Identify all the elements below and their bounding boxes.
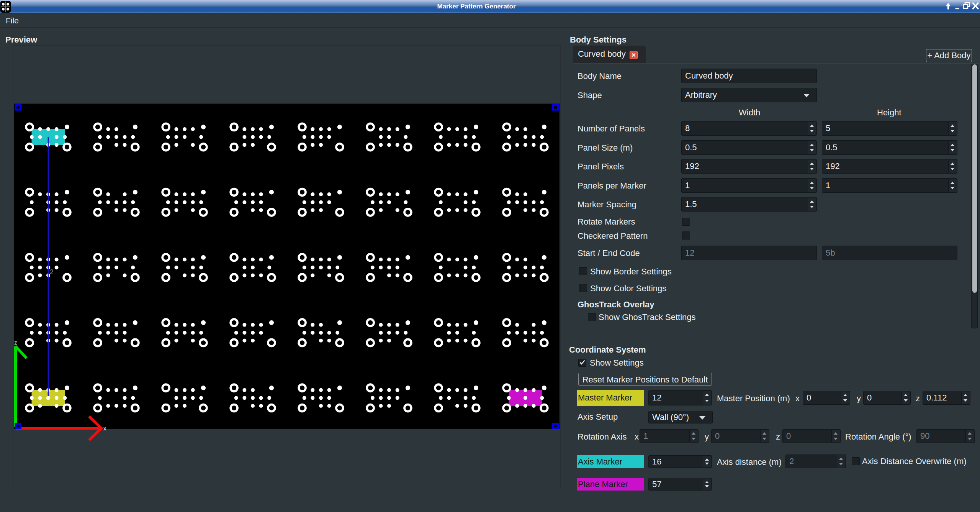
svg-text:2: 2 [50, 268, 53, 276]
svg-text:x: x [103, 425, 106, 432]
svg-text:z: z [14, 339, 17, 346]
